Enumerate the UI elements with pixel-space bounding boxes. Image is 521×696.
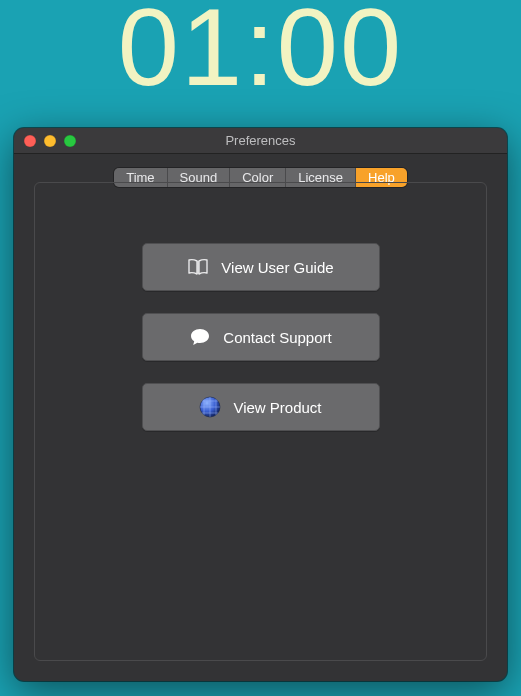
timer-display: 01:00 [0,0,521,102]
close-icon[interactable] [24,135,36,147]
contact-support-button[interactable]: Contact Support [142,313,380,361]
window-titlebar: Preferences [14,128,507,154]
view-product-label: View Product [233,399,321,416]
zoom-icon[interactable] [64,135,76,147]
help-button-column: View User Guide Contact Support [35,243,486,431]
minimize-icon[interactable] [44,135,56,147]
view-user-guide-label: View User Guide [221,259,333,276]
chat-icon [189,326,211,348]
preferences-window: Preferences Time Sound Color License Hel… [14,128,507,681]
view-user-guide-button[interactable]: View User Guide [142,243,380,291]
traffic-lights [24,135,76,147]
view-product-button[interactable]: View Product [142,383,380,431]
globe-icon [199,396,221,418]
book-icon [187,256,209,278]
help-panel: View User Guide Contact Support [34,182,487,661]
contact-support-label: Contact Support [223,329,331,346]
window-title: Preferences [225,133,295,148]
